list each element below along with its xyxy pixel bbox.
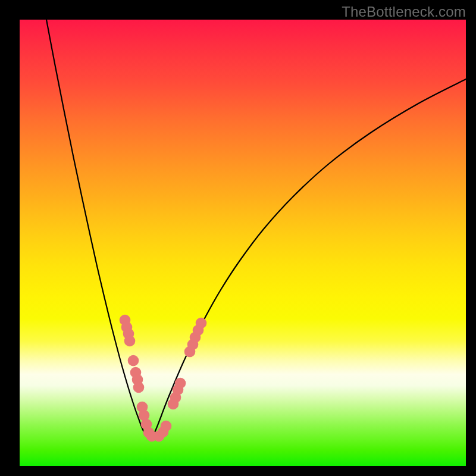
marker-left-beads bbox=[133, 382, 145, 393]
curve-layer bbox=[46, 20, 466, 439]
watermark-text: TheBottleneck.com bbox=[342, 4, 466, 20]
marker-left-beads bbox=[128, 355, 139, 367]
marker-left-beads bbox=[196, 318, 207, 329]
series-left-curve bbox=[46, 20, 143, 430]
series-right-curve bbox=[156, 79, 466, 430]
plot-area bbox=[20, 20, 466, 466]
marker-left-beads bbox=[175, 378, 186, 389]
marker-left-beads bbox=[161, 421, 172, 432]
chart-frame: TheBottleneck.com bbox=[0, 0, 476, 476]
marker-layer bbox=[120, 315, 207, 442]
marker-left-beads bbox=[124, 336, 136, 347]
chart-svg bbox=[20, 20, 466, 466]
